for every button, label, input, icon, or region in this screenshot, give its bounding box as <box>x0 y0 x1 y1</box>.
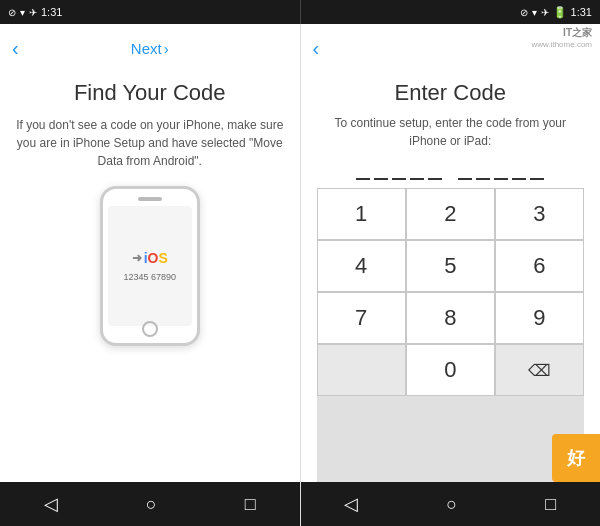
status-left: ⊘ ▾ ✈ 1:31 <box>0 0 300 24</box>
phone-home-button <box>142 321 158 337</box>
next-label: Next <box>131 40 162 57</box>
code-dash-10 <box>530 178 544 180</box>
numpad-row-2: 4 5 6 <box>317 240 585 292</box>
right-panel: ‹ IT之家 www.ithome.com Enter Code To cont… <box>301 24 601 526</box>
main-content: ‹ Next › Find Your Code If you don't see… <box>0 24 600 526</box>
numpad-row-4: 0 ⌫ <box>317 344 585 396</box>
code-dash-7 <box>476 178 490 180</box>
next-icon: › <box>164 40 169 57</box>
arrow-icon: ➜ <box>132 251 142 265</box>
watermark-url: www.ithome.com <box>532 40 592 49</box>
airplane-icon: ✈ <box>29 7 37 18</box>
time-left: 1:31 <box>41 6 62 18</box>
notification-icon-right: ⊘ <box>520 7 528 18</box>
key-8[interactable]: 8 <box>406 292 495 344</box>
numpad-row-3: 7 8 9 <box>317 292 585 344</box>
status-right: ⊘ ▾ ✈ 🔋 1:31 <box>301 0 601 24</box>
code-dash-1 <box>356 178 370 180</box>
key-7[interactable]: 7 <box>317 292 406 344</box>
time-right: 1:31 <box>571 6 592 18</box>
battery-icon: 🔋 <box>553 6 567 19</box>
code-dash-8 <box>494 178 508 180</box>
code-group-1 <box>356 166 442 180</box>
code-input-area[interactable] <box>356 166 544 180</box>
key-1[interactable]: 1 <box>317 188 406 240</box>
key-3[interactable]: 3 <box>495 188 584 240</box>
code-dash-5 <box>428 178 442 180</box>
home-nav-icon[interactable]: ○ <box>138 486 165 523</box>
back-nav-icon-right[interactable]: ◁ <box>336 485 366 523</box>
notification-icon: ⊘ <box>8 7 16 18</box>
back-button-right[interactable]: ‹ <box>313 37 320 60</box>
haote-badge: 好 <box>552 434 600 482</box>
airplane-icon-right: ✈ <box>541 7 549 18</box>
code-dash-6 <box>458 178 472 180</box>
key-9[interactable]: 9 <box>495 292 584 344</box>
ios-text: iOS <box>144 250 168 266</box>
status-bar: ⊘ ▾ ✈ 1:31 ⊘ ▾ ✈ 🔋 1:31 <box>0 0 600 24</box>
key-6[interactable]: 6 <box>495 240 584 292</box>
ios-logo: ➜ iOS <box>132 250 168 266</box>
left-header: ‹ Next › <box>0 24 300 72</box>
code-dash-3 <box>392 178 406 180</box>
watermark: IT之家 www.ithome.com <box>532 26 592 49</box>
recents-nav-icon-right[interactable]: □ <box>537 486 564 523</box>
left-panel: ‹ Next › Find Your Code If you don't see… <box>0 24 301 526</box>
key-2[interactable]: 2 <box>406 188 495 240</box>
code-dash-9 <box>512 178 526 180</box>
key-empty <box>317 344 406 396</box>
signal-icon: ▾ <box>20 7 25 18</box>
key-4[interactable]: 4 <box>317 240 406 292</box>
home-nav-icon-right[interactable]: ○ <box>438 486 465 523</box>
right-body: Enter Code To continue setup, enter the … <box>301 72 601 482</box>
phone-screen: ➜ iOS 12345 67890 <box>108 206 192 326</box>
key-5[interactable]: 5 <box>406 240 495 292</box>
bottom-nav-left: ◁ ○ □ <box>0 482 300 526</box>
phone-mockup: ➜ iOS 12345 67890 <box>100 186 200 346</box>
phone-code: 12345 67890 <box>123 272 176 282</box>
code-group-2 <box>458 166 544 180</box>
enter-code-title: Enter Code <box>395 80 506 106</box>
watermark-brand: IT之家 <box>532 26 592 40</box>
key-0[interactable]: 0 <box>406 344 495 396</box>
signal-icon-right: ▾ <box>532 7 537 18</box>
find-code-description: If you don't see a code on your iPhone, … <box>16 116 284 170</box>
recents-nav-icon[interactable]: □ <box>237 486 264 523</box>
code-dash-2 <box>374 178 388 180</box>
enter-code-description: To continue setup, enter the code from y… <box>317 114 585 150</box>
delete-key[interactable]: ⌫ <box>495 344 584 396</box>
back-button-left[interactable]: ‹ <box>12 37 19 60</box>
find-code-title: Find Your Code <box>74 80 226 106</box>
code-dash-4 <box>410 178 424 180</box>
numpad-row-1: 1 2 3 <box>317 188 585 240</box>
next-button[interactable]: Next › <box>131 40 169 57</box>
numpad: 1 2 3 4 5 6 7 8 9 0 ⌫ <box>317 188 585 482</box>
back-nav-icon[interactable]: ◁ <box>36 485 66 523</box>
bottom-nav-right: ◁ ○ □ <box>301 482 601 526</box>
phone-speaker <box>138 197 162 201</box>
left-body: Find Your Code If you don't see a code o… <box>0 72 300 482</box>
